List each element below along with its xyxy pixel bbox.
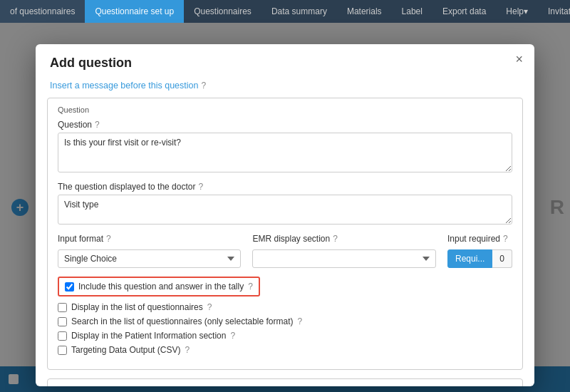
checkbox-patient-info[interactable] <box>58 331 67 341</box>
input-required-label: Input required ? <box>447 234 512 244</box>
emr-display-group: EMR display section ? <box>252 234 435 268</box>
question-textarea[interactable]: Is this your first visit or re-visit? <box>58 133 512 172</box>
question-section: Question Question ? Is this your first v… <box>47 98 523 370</box>
checkbox-search-row: Search in the list of questionnaires (on… <box>58 316 512 326</box>
question-field-label: Question ? <box>58 120 512 130</box>
insert-message-section: Insert a message before this question ? <box>36 78 534 98</box>
input-format-help-icon[interactable]: ? <box>106 234 111 244</box>
checkbox-display-list-label: Display in the list of questionnaires <box>71 302 203 312</box>
insert-message-help-icon[interactable]: ? <box>201 81 206 91</box>
modal-overlay: Add question × Insert a message before t… <box>0 23 570 392</box>
checkbox-tally-label: Include this question and answer in the … <box>78 282 244 292</box>
checkbox-search-label: Search in the list of questionnaires (on… <box>71 316 294 326</box>
checkbox-patient-info-help-icon[interactable]: ? <box>230 331 235 341</box>
checkbox-tally[interactable] <box>65 282 74 292</box>
question-help-icon[interactable]: ? <box>95 120 100 130</box>
emr-display-help-icon[interactable]: ? <box>333 234 338 244</box>
insert-message-link[interactable]: Insert a message before this question <box>50 81 198 91</box>
checkbox-tally-help-icon[interactable]: ? <box>248 282 253 292</box>
doctor-textarea[interactable]: Visit type <box>58 195 512 225</box>
input-required-group: Input required ? Requi... 0 <box>447 234 512 268</box>
nav-tab-questionnaires[interactable]: of questionnaires <box>0 0 85 23</box>
input-required-btn-group: Requi... 0 <box>447 249 512 268</box>
input-format-label: Input format ? <box>58 234 241 244</box>
checkbox-patient-info-label: Display in the Patient Information secti… <box>71 331 226 341</box>
modal-title: Add question <box>50 56 132 70</box>
checkbox-patient-info-row: Display in the Patient Information secti… <box>58 331 512 341</box>
input-required-help-icon[interactable]: ? <box>503 234 508 244</box>
required-button[interactable]: Requi... <box>447 249 492 268</box>
input-format-group: Input format ? Single Choice Multiple Ch… <box>58 234 241 268</box>
checkbox-display-list-row: Display in the list of questionnaires ? <box>58 302 512 312</box>
modal-header: Add question × <box>36 44 534 78</box>
input-format-select[interactable]: Single Choice Multiple Choice Text Numbe… <box>58 249 241 268</box>
checkbox-targeting-label: Targeting Data Output (CSV) <box>71 345 180 355</box>
optional-button[interactable]: 0 <box>492 249 512 268</box>
nav-tab-questionnaires2[interactable]: Questionnaires <box>184 0 261 23</box>
nav-tab-label[interactable]: Label <box>392 0 432 23</box>
checkbox-search[interactable] <box>58 317 67 326</box>
close-button[interactable]: × <box>515 53 523 66</box>
doctor-field-label: The question displayed to the doctor ? <box>58 182 512 192</box>
emr-display-label: EMR display section ? <box>252 234 435 244</box>
add-question-modal: Add question × Insert a message before t… <box>36 44 534 386</box>
top-nav: of questionnaires Questionnaire set up Q… <box>0 0 570 23</box>
question-section-label: Question <box>58 105 512 114</box>
choice-section: Choice Patient answer choice The answer … <box>47 378 523 386</box>
checkbox-tally-row: Include this question and answer in the … <box>58 277 260 296</box>
checkbox-targeting-row: Targeting Data Output (CSV) ? <box>58 345 512 355</box>
nav-tab-help[interactable]: Help ▾ <box>496 0 538 23</box>
checkbox-targeting-help-icon[interactable]: ? <box>185 345 190 355</box>
emr-display-select[interactable] <box>252 249 435 268</box>
checkbox-targeting[interactable] <box>58 346 67 355</box>
doctor-help-icon[interactable]: ? <box>198 182 203 192</box>
nav-tab-materials[interactable]: Materials <box>337 0 392 23</box>
form-options-row: Input format ? Single Choice Multiple Ch… <box>58 234 512 268</box>
nav-tab-export[interactable]: Export data <box>432 0 496 23</box>
checkbox-search-help-icon[interactable]: ? <box>298 316 303 326</box>
nav-tab-data-summary[interactable]: Data summary <box>261 0 337 23</box>
modal-body: Question Question ? Is this your first v… <box>36 98 534 386</box>
checkbox-display-list-help-icon[interactable]: ? <box>207 302 212 312</box>
nav-tab-invitation[interactable]: Invitation <box>538 0 570 23</box>
nav-tab-setup[interactable]: Questionnaire set up <box>85 0 184 23</box>
checkbox-display-list[interactable] <box>58 303 67 312</box>
checkboxes-section: Include this question and answer in the … <box>58 277 512 355</box>
